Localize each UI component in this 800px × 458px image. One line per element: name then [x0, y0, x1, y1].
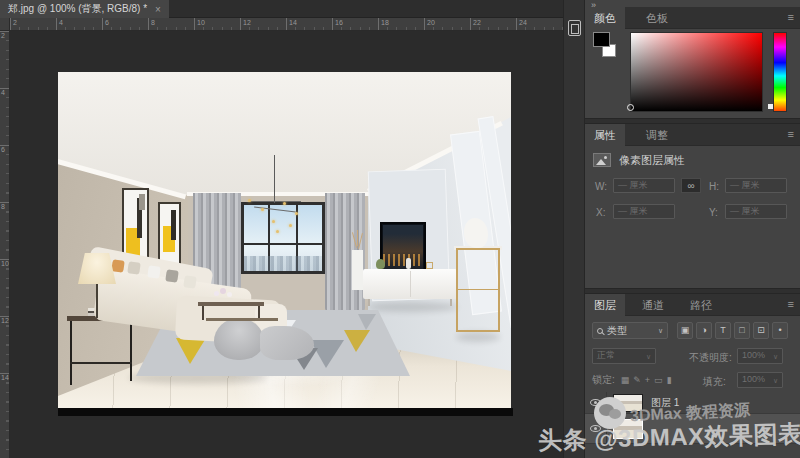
- ruler-tick: 20: [424, 18, 470, 30]
- layer-filter-type-dropdown[interactable]: 类型 ∨: [592, 322, 668, 339]
- fill-label: 填充:: [703, 375, 726, 389]
- ruler-tick: 6: [0, 145, 9, 202]
- horizontal-ruler: 24681012141618202224: [10, 18, 563, 31]
- window: [241, 202, 325, 274]
- layers-panel-tabs: 图层 通道 路径 ≡: [585, 294, 800, 316]
- flowers: [214, 291, 219, 296]
- lock-label: 锁定:: [592, 373, 615, 387]
- flowers: [220, 288, 226, 294]
- blend-mode-dropdown: 正常∨: [592, 348, 656, 364]
- layer-filter-icons: ▣◑T□⊡•: [677, 322, 795, 339]
- docked-panel-icon[interactable]: [568, 20, 581, 36]
- coffee-table: [206, 318, 278, 321]
- tab-layers[interactable]: 图层: [585, 294, 625, 316]
- hue-slider-marker[interactable]: [768, 104, 773, 109]
- ruler-tick: 12: [0, 316, 9, 373]
- floor-reflection: [456, 332, 500, 342]
- tab-properties[interactable]: 属性: [585, 124, 625, 146]
- ruler-tick: 8: [0, 202, 9, 259]
- chevron-down-icon: ∨: [646, 350, 651, 363]
- color-panel-tabs: 颜色 色板 ≡: [585, 7, 800, 29]
- ruler-tick: 14: [286, 18, 332, 30]
- filter-adjustment-layers-icon[interactable]: ◑: [696, 322, 712, 339]
- filter-type-layers-icon[interactable]: T: [715, 322, 731, 339]
- lock-artboard-icon: ▭: [654, 375, 663, 385]
- flowers: [227, 292, 232, 297]
- white-sculpture: [464, 218, 488, 248]
- search-icon: [597, 328, 603, 334]
- filter-pin-icon[interactable]: •: [772, 322, 788, 339]
- pixel-layer-icon: [593, 153, 611, 167]
- link-dimensions-icon[interactable]: ∞: [681, 178, 701, 193]
- panel-group: » 颜色 色板 ≡ 属性 调整 ≡ 像素图层属性 W: — 厘米 ∞ H: — …: [585, 0, 800, 458]
- x-label: X:: [596, 207, 605, 218]
- ruler-tick: 24: [516, 18, 562, 30]
- ruler-tick: 14: [0, 373, 9, 430]
- blanket: [260, 326, 314, 360]
- document-title: 郑.jpg @ 100% (背景, RGB/8) *: [8, 2, 147, 16]
- living-room-photo[interactable]: [58, 72, 511, 408]
- opacity-field: 100%∨: [737, 348, 783, 364]
- chevron-down-icon: ∨: [658, 327, 663, 335]
- properties-panel-tabs: 属性 调整 ≡: [585, 124, 800, 146]
- ruler-tick: 2: [0, 31, 9, 88]
- pillow: [111, 259, 125, 273]
- color-picker-circle[interactable]: [627, 104, 634, 111]
- height-label: H:: [709, 181, 719, 192]
- ruler-tick: 22: [470, 18, 516, 30]
- ruler-tick: 18: [378, 18, 424, 30]
- ruler-tick: 10: [0, 259, 9, 316]
- filter-shape-layers-icon[interactable]: □: [734, 322, 750, 339]
- console-table: [456, 248, 500, 332]
- opacity-label: 不透明度:: [689, 351, 732, 365]
- x-field: — 厘米: [613, 204, 675, 219]
- filter-smart-objects-icon[interactable]: ⊡: [753, 322, 769, 339]
- foreground-color-swatch[interactable]: [593, 32, 610, 47]
- chevron-down-icon: ∨: [773, 374, 778, 387]
- decor-vase: [406, 258, 411, 269]
- tab-adjustments[interactable]: 调整: [637, 124, 677, 146]
- tab-swatches[interactable]: 色板: [637, 7, 677, 29]
- ruler-tick: 4: [56, 18, 102, 30]
- photo-drop-shadow: [58, 408, 513, 416]
- decor-object: [426, 262, 433, 269]
- ruler-tick: 10: [194, 18, 240, 30]
- filter-pixel-layers-icon[interactable]: ▣: [677, 322, 693, 339]
- vertical-ruler: 2468101214: [0, 31, 10, 458]
- filter-type-label: 类型: [607, 324, 627, 338]
- y-label: Y:: [709, 207, 718, 218]
- lock-position-icon: +: [645, 375, 650, 385]
- close-tab-icon[interactable]: ×: [155, 4, 161, 15]
- pillow: [183, 275, 197, 289]
- width-label: W:: [595, 181, 607, 192]
- color-panel-menu-icon[interactable]: ≡: [788, 11, 794, 23]
- color-gradient-field[interactable]: [630, 32, 763, 112]
- canvas-pasteboard: [10, 31, 563, 458]
- pillow: [147, 265, 161, 279]
- pedestal-vase: [352, 250, 363, 290]
- hue-slider[interactable]: [773, 32, 787, 112]
- ruler-tick: 4: [0, 88, 9, 145]
- lock-image-pixels-icon: ✎: [633, 375, 641, 385]
- panel-dock-strip: [563, 0, 585, 458]
- tab-channels[interactable]: 通道: [633, 294, 673, 316]
- lock-transparent-pixels-icon: ▦: [621, 375, 630, 385]
- tab-paths[interactable]: 路径: [681, 294, 721, 316]
- tab-color[interactable]: 颜色: [585, 7, 625, 29]
- tv-screen: [380, 222, 426, 272]
- y-field: — 厘米: [725, 204, 787, 219]
- plant: [376, 259, 385, 269]
- properties-panel-menu-icon[interactable]: ≡: [788, 128, 794, 140]
- layers-panel-menu-icon[interactable]: ≡: [788, 298, 794, 310]
- ruler-tick: 2: [10, 18, 56, 30]
- ruler-corner: [0, 18, 10, 31]
- pillow: [127, 261, 141, 275]
- lock-all-icon: ▮: [667, 375, 672, 385]
- document-tab-bar: 郑.jpg @ 100% (背景, RGB/8) * ×: [0, 0, 563, 18]
- height-field: — 厘米: [725, 178, 787, 193]
- document-tab[interactable]: 郑.jpg @ 100% (背景, RGB/8) * ×: [0, 0, 169, 18]
- floor-lamp: [96, 284, 98, 318]
- chandelier: [274, 155, 275, 203]
- fill-field: 100%∨: [737, 372, 783, 388]
- ruler-tick: 12: [240, 18, 286, 30]
